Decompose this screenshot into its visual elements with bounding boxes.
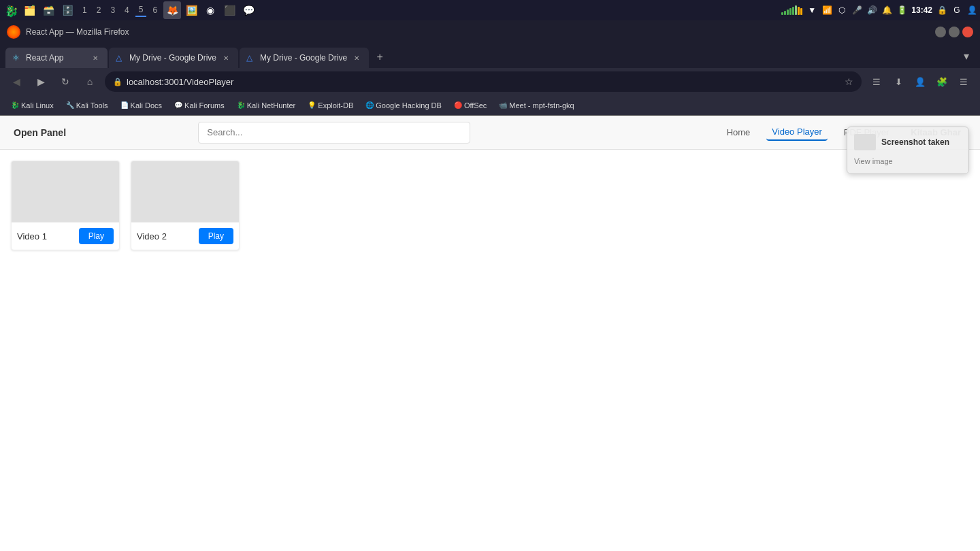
bookmark-exploit-db[interactable]: 💡 Exploit-DB (302, 99, 359, 112)
tray-wifi-icon[interactable]: 📶 (821, 5, 832, 16)
vol-bar-6 (795, 5, 797, 15)
tray-bluetooth-icon[interactable]: ⬡ (836, 5, 847, 16)
tab-react-close[interactable]: ✕ (90, 52, 101, 63)
taskbar-tray: ▼ 📶 ⬡ 🎤 🔊 🔔 🔋 13:42 🔒 G 👤 (781, 5, 977, 16)
app-brand[interactable]: Open Panel (14, 127, 66, 138)
reader-mode-icon[interactable]: ☰ (867, 72, 886, 91)
bookmark-google-hacking[interactable]: 🌐 Google Hacking DB (360, 99, 447, 112)
tray-google-icon[interactable]: G (951, 5, 962, 16)
taskbar-image-viewer[interactable]: 🖼️ (182, 1, 200, 19)
web-content: Open Panel Home Video Player PDF Player … (0, 116, 980, 551)
bookmark-kali-docs-icon: 📄 (120, 101, 129, 109)
system-time: 13:42 (911, 5, 932, 15)
notif-thumbnail (854, 134, 876, 150)
notif-view-link[interactable]: View image (854, 157, 893, 165)
taskbar-num-1[interactable]: 1 (79, 4, 91, 16)
tab-react-app[interactable]: ⚛ React App ✕ (5, 48, 108, 68)
kali-logo-icon[interactable]: 🐉 (3, 3, 18, 18)
video-thumbnail-2 (131, 161, 239, 222)
browser-title-bar: React App — Mozilla Firefox — □ ✕ (0, 20, 980, 44)
bookmark-kali-docs[interactable]: 📄 Kali Docs (115, 99, 167, 112)
home-button[interactable]: ⌂ (80, 72, 99, 91)
tab-drive-2[interactable]: △ My Drive - Google Drive ✕ (240, 48, 369, 68)
taskbar-terminal[interactable]: ⬛ (220, 1, 238, 19)
bookmark-kali-tools[interactable]: 🔧 Kali Tools (61, 99, 114, 112)
taskbar-num-3[interactable]: 3 (107, 4, 118, 16)
maximize-button[interactable]: □ (949, 27, 960, 37)
tab-drive1-close[interactable]: ✕ (220, 52, 231, 63)
tray-volume-icon[interactable]: 🔊 (866, 5, 877, 16)
taskbar-num-2[interactable]: 2 (93, 4, 105, 16)
tray-bell-icon[interactable]: 🔔 (881, 5, 892, 16)
address-bar: ◀ ▶ ↻ ⌂ 🔒 localhost:3001/VideoPlayer ☆ ☰… (0, 68, 980, 95)
forward-button[interactable]: ▶ (31, 72, 50, 91)
bookmark-kali-nethunter[interactable]: 🐉 Kali NetHunter (231, 99, 301, 112)
taskbar-firefox[interactable]: 🦊 (163, 1, 181, 19)
play-button-1[interactable]: Play (79, 228, 114, 244)
firefox-logo-icon (7, 25, 20, 39)
taskbar-apps: 🗂️ 🗃️ 🗄️ (20, 1, 76, 19)
bookmark-offsec-icon: 🔴 (454, 101, 462, 109)
taskbar-archive2[interactable]: 🗄️ (59, 1, 76, 19)
tray-battery-icon[interactable]: 🔋 (896, 5, 907, 16)
extensions-icon[interactable]: 🧩 (932, 72, 951, 91)
tab-drive1-title: My Drive - Google Drive (129, 53, 216, 63)
tab-drive2-close[interactable]: ✕ (351, 52, 362, 63)
volume-indicator (781, 5, 802, 15)
taskbar-num-5[interactable]: 5 (135, 3, 147, 17)
video-card-2: Video 2 Play (131, 161, 240, 250)
url-bar[interactable]: 🔒 localhost:3001/VideoPlayer ☆ (105, 71, 862, 92)
download-icon[interactable]: ⬇ (889, 72, 908, 91)
menu-icon[interactable]: ☰ (954, 72, 973, 91)
tray-mic-icon[interactable]: 🎤 (851, 5, 862, 16)
vol-bar-3 (787, 10, 789, 15)
nav-link-home[interactable]: Home (721, 124, 756, 140)
tab-drive2-title: My Drive - Google Drive (260, 53, 347, 63)
url-text[interactable]: localhost:3001/VideoPlayer (127, 77, 840, 87)
tab-drive1-favicon: △ (116, 53, 125, 63)
video-card-2-body: Video 2 Play (131, 222, 239, 250)
taskbar-chat[interactable]: 💬 (240, 1, 257, 19)
bookmark-star-icon[interactable]: ☆ (845, 76, 853, 87)
app-navbar: Open Panel Home Video Player PDF Player … (0, 116, 980, 150)
video-thumbnail-1 (12, 161, 119, 222)
bookmark-kali-forums[interactable]: 💬 Kali Forums (169, 99, 230, 112)
vol-bar-5 (792, 7, 794, 15)
tab-react-favicon: ⚛ (12, 53, 22, 63)
video-card-1-body: Video 1 Play (12, 222, 119, 250)
bookmark-offsec[interactable]: 🔴 OffSec (448, 99, 492, 112)
taskbar-num-4[interactable]: 4 (121, 4, 133, 16)
taskbar-vmware[interactable]: ◉ (201, 1, 219, 19)
vol-bar-8 (800, 8, 802, 15)
tab-drive-1[interactable]: △ My Drive - Google Drive ✕ (109, 48, 238, 68)
minimize-button[interactable]: — (935, 27, 946, 37)
search-input[interactable] (198, 122, 470, 144)
nav-link-video-player[interactable]: Video Player (766, 124, 827, 141)
bookmark-kali-linux[interactable]: 🐉 Kali Linux (5, 99, 59, 112)
tab-react-title: React App (26, 53, 86, 63)
tray-lock-icon[interactable]: 🔒 (936, 5, 947, 16)
taskbar-files[interactable]: 🗂️ (20, 1, 38, 19)
bookmark-meet[interactable]: 📹 Meet - mpt-fstn-gkq (493, 99, 579, 112)
play-button-2[interactable]: Play (199, 228, 233, 244)
tab-bar: ⚛ React App ✕ △ My Drive - Google Drive … (0, 44, 980, 68)
screenshot-notification: Screenshot taken View image (847, 127, 969, 174)
taskbar-num-6[interactable]: 6 (149, 4, 161, 16)
new-tab-button[interactable]: + (370, 48, 389, 67)
back-button[interactable]: ◀ (7, 72, 26, 91)
close-button[interactable]: ✕ (962, 27, 973, 37)
taskbar-archive[interactable]: 🗃️ (39, 1, 57, 19)
reload-button[interactable]: ↻ (56, 72, 75, 91)
taskbar-running-apps: 🦊 🖼️ ◉ ⬛ 💬 (163, 1, 257, 19)
bookmark-kali-nethunter-icon: 🐉 (237, 101, 245, 109)
bookmark-meet-icon: 📹 (499, 101, 507, 109)
bookmarks-bar: 🐉 Kali Linux 🔧 Kali Tools 📄 Kali Docs 💬 … (0, 95, 980, 116)
browser-window: React App — Mozilla Firefox — □ ✕ ⚛ Reac… (0, 20, 980, 551)
tray-profile-icon[interactable]: 👤 (966, 5, 977, 16)
tabs-dropdown-button[interactable]: ▾ (958, 47, 975, 65)
profile-icon[interactable]: 👤 (911, 72, 930, 91)
video-card-1: Video 1 Play (11, 161, 120, 250)
url-lock-icon: 🔒 (113, 78, 122, 86)
notif-title: Screenshot taken (881, 137, 949, 147)
tray-network-icon[interactable]: ▼ (806, 5, 817, 16)
